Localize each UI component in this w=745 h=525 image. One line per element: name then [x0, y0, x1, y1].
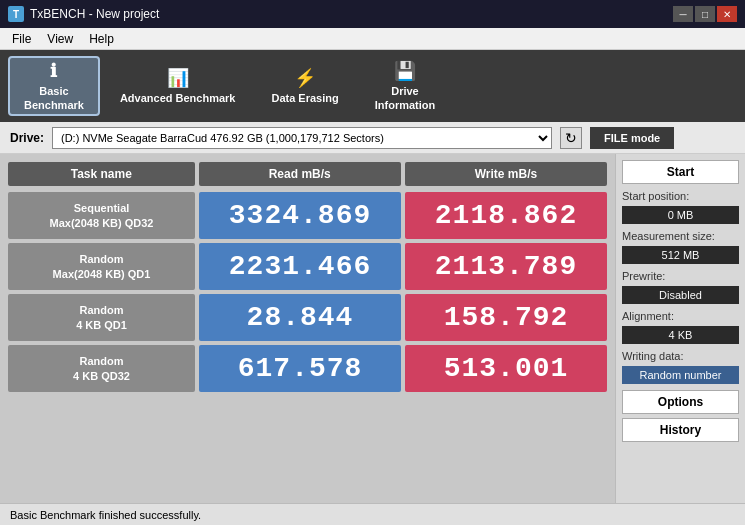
toolbar-drive-information[interactable]: 💾 DriveInformation	[359, 56, 452, 116]
start-position-label: Start position:	[622, 190, 739, 202]
drive-info-icon: 💾	[394, 60, 416, 82]
main-content: Task name Read mB/s Write mB/s Sequentia…	[0, 154, 745, 503]
toolbar-advanced-benchmark[interactable]: 📊 Advanced Benchmark	[104, 56, 252, 116]
row-label-2: Random Max(2048 KB) QD1	[8, 243, 195, 290]
advanced-benchmark-icon: 📊	[167, 67, 189, 89]
start-button[interactable]: Start	[622, 160, 739, 184]
header-write: Write mB/s	[405, 162, 607, 186]
maximize-button[interactable]: □	[695, 6, 715, 22]
toolbar-erasing-label: Data Erasing	[271, 92, 338, 105]
header-read: Read mB/s	[199, 162, 401, 186]
writing-data-label: Writing data:	[622, 350, 739, 362]
row-1-read: 3324.869	[199, 192, 401, 239]
alignment-label: Alignment:	[622, 310, 739, 322]
menu-bar: File View Help	[0, 28, 745, 50]
app-icon: T	[8, 6, 24, 22]
table-row: Random Max(2048 KB) QD1 2231.466 2113.78…	[8, 243, 607, 290]
window-title: TxBENCH - New project	[30, 7, 673, 21]
drive-refresh-button[interactable]: ↻	[560, 127, 582, 149]
row-2-read: 2231.466	[199, 243, 401, 290]
row-4-write: 513.001	[405, 345, 607, 392]
close-button[interactable]: ✕	[717, 6, 737, 22]
drive-label: Drive:	[10, 131, 44, 145]
status-bar: Basic Benchmark finished successfully.	[0, 503, 745, 525]
drive-row: Drive: (D:) NVMe Seagate BarraCud 476.92…	[0, 122, 745, 154]
measure-size-label: Measurement size:	[622, 230, 739, 242]
history-button[interactable]: History	[622, 418, 739, 442]
basic-benchmark-icon: ℹ	[50, 60, 57, 82]
toolbar-data-erasing[interactable]: ⚡ Data Erasing	[255, 56, 354, 116]
prewrite-value: Disabled	[622, 286, 739, 304]
row-3-write: 158.792	[405, 294, 607, 341]
row-label-1: Sequential Max(2048 KB) QD32	[8, 192, 195, 239]
alignment-value: 4 KB	[622, 326, 739, 344]
row-label-4: Random 4 KB QD32	[8, 345, 195, 392]
prewrite-label: Prewrite:	[622, 270, 739, 282]
toolbar: ℹ BasicBenchmark 📊 Advanced Benchmark ⚡ …	[0, 50, 745, 122]
toolbar-basic-benchmark[interactable]: ℹ BasicBenchmark	[8, 56, 100, 116]
row-3-read: 28.844	[199, 294, 401, 341]
start-position-value: 0 MB	[622, 206, 739, 224]
menu-help[interactable]: Help	[81, 30, 122, 48]
benchmark-table: Task name Read mB/s Write mB/s Sequentia…	[0, 154, 615, 503]
toolbar-basic-label: BasicBenchmark	[24, 85, 84, 111]
options-button[interactable]: Options	[622, 390, 739, 414]
header-task-name: Task name	[8, 162, 195, 186]
menu-file[interactable]: File	[4, 30, 39, 48]
measure-size-value: 512 MB	[622, 246, 739, 264]
sidebar: Start Start position: 0 MB Measurement s…	[615, 154, 745, 503]
table-row: Random 4 KB QD32 617.578 513.001	[8, 345, 607, 392]
status-message: Basic Benchmark finished successfully.	[10, 509, 201, 521]
drive-select[interactable]: (D:) NVMe Seagate BarraCud 476.92 GB (1,…	[52, 127, 552, 149]
row-2-write: 2113.789	[405, 243, 607, 290]
window-controls: ─ □ ✕	[673, 6, 737, 22]
data-erasing-icon: ⚡	[294, 67, 316, 89]
title-bar: T TxBENCH - New project ─ □ ✕	[0, 0, 745, 28]
row-4-read: 617.578	[199, 345, 401, 392]
table-row: Sequential Max(2048 KB) QD32 3324.869 21…	[8, 192, 607, 239]
table-header: Task name Read mB/s Write mB/s	[8, 162, 607, 186]
toolbar-advanced-label: Advanced Benchmark	[120, 92, 236, 105]
toolbar-drive-label: DriveInformation	[375, 85, 436, 111]
writing-data-value: Random number	[622, 366, 739, 384]
file-mode-button[interactable]: FILE mode	[590, 127, 674, 149]
table-row: Random 4 KB QD1 28.844 158.792	[8, 294, 607, 341]
row-1-write: 2118.862	[405, 192, 607, 239]
menu-view[interactable]: View	[39, 30, 81, 48]
row-label-3: Random 4 KB QD1	[8, 294, 195, 341]
minimize-button[interactable]: ─	[673, 6, 693, 22]
